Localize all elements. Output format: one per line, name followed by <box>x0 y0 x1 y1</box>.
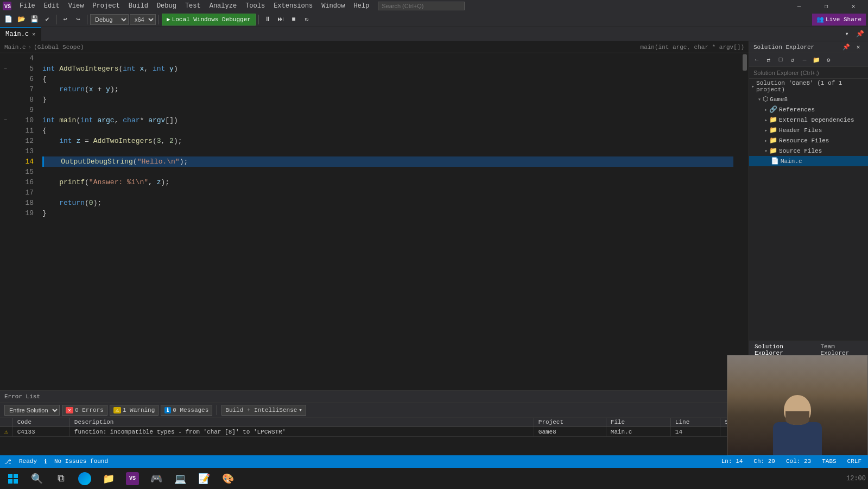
toolbar-new-project[interactable]: 📄 <box>2 14 14 26</box>
scope-dropdown[interactable]: Entire Solution <box>4 405 60 416</box>
toolbar-step[interactable]: ⏭ <box>275 14 287 26</box>
sidebar-show-all-button[interactable]: □ <box>775 54 786 65</box>
taskbar-app1[interactable]: 🎮 <box>145 469 167 488</box>
head <box>784 395 811 425</box>
taskbar-app3[interactable]: 📝 <box>193 469 215 488</box>
toolbar-save[interactable]: 💾 <box>28 14 40 26</box>
live-share-button[interactable]: 👥 Live Share <box>812 14 866 26</box>
toolbar-stop[interactable]: ■ <box>288 14 300 26</box>
tree-game8[interactable]: ▾ ⬡ Game8 <box>749 94 868 104</box>
menu-project[interactable]: Project <box>88 1 124 11</box>
taskbar-taskview[interactable]: ⧉ <box>50 469 72 488</box>
toolbar-attach[interactable]: ⏸ <box>262 14 274 26</box>
tree-game8-icon: ⬡ <box>763 95 768 103</box>
col-code[interactable]: Code <box>12 418 69 427</box>
taskbar-app4[interactable]: 🎨 <box>217 469 239 488</box>
menu-extensions[interactable]: Extensions <box>269 1 317 11</box>
menu-file[interactable]: File <box>15 1 40 11</box>
sidebar-sync-button[interactable]: ⇄ <box>763 54 774 65</box>
app3-icon: 📝 <box>198 473 210 485</box>
taskbar-edge[interactable] <box>74 469 96 488</box>
menu-window[interactable]: Window <box>317 1 349 11</box>
sidebar-new-folder-button[interactable]: 📁 <box>811 54 822 65</box>
taskbar-explorer[interactable]: 📁 <box>98 469 119 488</box>
platform-dropdown[interactable]: x64 x86 <box>130 14 156 25</box>
col-project[interactable]: Project <box>534 418 606 427</box>
status-ln[interactable]: Ln: 14 <box>719 458 745 465</box>
tree-external-icon: 📁 <box>769 116 777 124</box>
explorer-icon: 📁 <box>103 473 115 485</box>
fold-10[interactable]: − <box>0 115 11 126</box>
sidebar-search-input[interactable] <box>753 70 864 76</box>
sidebar-back-button[interactable]: ← <box>751 54 762 65</box>
tree-header-label: Header Files <box>779 127 822 134</box>
menu-tools[interactable]: Tools <box>241 1 269 11</box>
code-area[interactable]: int AddTwoIntegers ( int x , int y ) { <box>38 53 733 390</box>
messages-filter-button[interactable]: ℹ 0 Messages <box>161 405 212 416</box>
menu-view[interactable]: View <box>64 1 88 11</box>
start-debugging-button[interactable]: ▶ Local Windows Debugger <box>162 14 256 26</box>
tree-references[interactable]: ▸ 🔗 References <box>749 104 868 115</box>
tree-references-label: References <box>779 106 815 113</box>
tree-main-c-label: Main.c <box>781 158 802 165</box>
tab-close-icon[interactable]: ✕ <box>32 31 35 37</box>
toolbar-undo[interactable]: ↩ <box>59 14 71 26</box>
tab-pin-button[interactable]: 📌 <box>854 28 866 40</box>
scrollbar-thumb[interactable] <box>743 54 747 71</box>
taskbar-search[interactable]: 🔍 <box>26 469 48 488</box>
status-ready[interactable]: Ready <box>17 458 39 465</box>
tree-external-deps[interactable]: ▸ 📁 External Dependencies <box>749 115 868 125</box>
code-gutter: − − <box>0 53 11 390</box>
tab-main-c[interactable]: Main.c ✕ <box>0 27 41 41</box>
menu-analyze[interactable]: Analyze <box>205 1 241 11</box>
col-line[interactable]: Line <box>670 418 720 427</box>
build-intellisense-button[interactable]: Build + IntelliSense ▾ <box>221 405 306 416</box>
menu-search-input[interactable] <box>378 2 465 10</box>
menu-help[interactable]: Help <box>349 1 373 11</box>
minimize-button[interactable]: — <box>787 0 812 12</box>
col-description[interactable]: Description <box>69 418 534 427</box>
menu-edit[interactable]: Edit <box>40 1 64 11</box>
build-label: Build + IntelliSense <box>225 407 297 413</box>
status-col[interactable]: Col: 23 <box>784 458 813 465</box>
tree-solution[interactable]: ▸ Solution 'Game8' (1 of 1 project) <box>749 79 868 94</box>
taskbar-start[interactable] <box>2 469 24 488</box>
restore-button[interactable]: ❐ <box>814 0 839 12</box>
status-ch[interactable]: Ch: 20 <box>751 458 777 465</box>
toolbar-open[interactable]: 📂 <box>15 14 27 26</box>
taskbar-vs[interactable]: VS <box>122 469 143 488</box>
tree-external-arrow: ▸ <box>764 117 768 123</box>
menu-test[interactable]: Test <box>181 1 205 11</box>
toolbar-sep-err <box>217 405 217 415</box>
close-button[interactable]: ✕ <box>841 0 866 12</box>
solution-explorer-header: Solution Explorer 📌 ✕ <box>749 41 868 53</box>
tree-source-files[interactable]: ▾ 📁 Source Files <box>749 146 868 156</box>
build-dropdown-icon: ▾ <box>299 406 302 413</box>
status-encoding[interactable]: CRLF <box>845 458 864 465</box>
config-dropdown[interactable]: Debug Release <box>90 14 129 25</box>
tree-header-files[interactable]: ▸ 📁 Header Files <box>749 125 868 135</box>
status-no-issues[interactable]: No Issues found <box>52 458 110 465</box>
tree-resource-files[interactable]: ▸ 📁 Resource Files <box>749 135 868 146</box>
warnings-filter-button[interactable]: ⚠ 1 Warning <box>110 405 159 416</box>
tree-main-c[interactable]: 📄 Main.c <box>749 156 868 166</box>
toolbar-save-all[interactable]: ✔ <box>41 14 53 26</box>
sidebar-pin-button[interactable]: 📌 <box>841 42 852 53</box>
errors-filter-button[interactable]: ✕ 0 Errors <box>62 405 107 416</box>
fold-5[interactable]: − <box>0 64 11 74</box>
toolbar-redo[interactable]: ↪ <box>72 14 84 26</box>
sidebar-collapse-button[interactable]: — <box>799 54 810 65</box>
menu-build[interactable]: Build <box>124 1 153 11</box>
sidebar-refresh-button[interactable]: ↺ <box>787 54 798 65</box>
toolbar-restart[interactable]: ↻ <box>301 14 313 26</box>
editor-scrollbar[interactable] <box>741 53 749 390</box>
code-line-18: return ( 0 ); <box>42 198 733 208</box>
menu-debug[interactable]: Debug <box>153 1 181 11</box>
status-tabs[interactable]: TABS <box>820 458 838 465</box>
breadcrumb-function: main(int argc, char * argv[]) <box>641 44 744 51</box>
sidebar-properties-button[interactable]: ⚙ <box>823 54 834 65</box>
tab-list-button[interactable]: ▾ <box>841 28 853 40</box>
sidebar-close-button[interactable]: ✕ <box>853 42 864 53</box>
taskbar-app2[interactable]: 💻 <box>169 469 191 488</box>
col-file[interactable]: File <box>606 418 670 427</box>
